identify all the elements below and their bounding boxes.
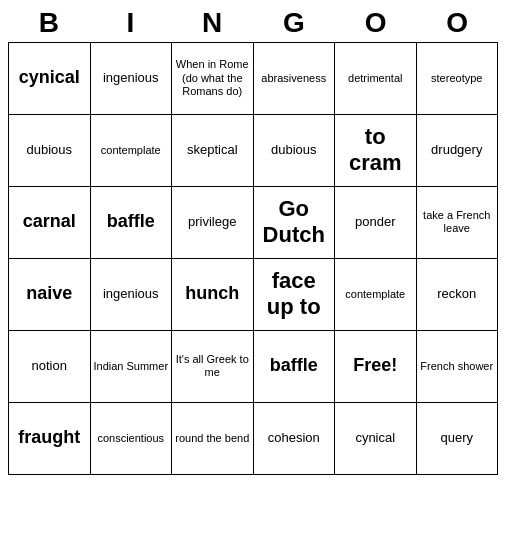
cell-r3-c1: ingenious: [91, 259, 173, 331]
cell-r1-c3: dubious: [254, 115, 336, 187]
bingo-grid: cynicalingeniousWhen in Rome (do what th…: [8, 42, 498, 475]
cell-r0-c0: cynical: [9, 43, 91, 115]
cell-text-r5-c4: cynical: [337, 430, 414, 446]
cell-r4-c0: notion: [9, 331, 91, 403]
cell-text-r0-c5: stereotype: [419, 72, 496, 85]
cell-text-r0-c4: detrimental: [337, 72, 414, 85]
cell-text-r1-c4: to cram: [337, 124, 414, 177]
cell-r2-c1: baffle: [91, 187, 173, 259]
cell-r0-c4: detrimental: [335, 43, 417, 115]
header-letter-n-2: N: [171, 6, 253, 40]
cell-text-r4-c1: Indian Summer: [93, 360, 170, 373]
cell-r1-c5: drudgery: [417, 115, 499, 187]
cell-r2-c2: privilege: [172, 187, 254, 259]
cell-r0-c5: stereotype: [417, 43, 499, 115]
cell-r3-c2: hunch: [172, 259, 254, 331]
cell-text-r1-c1: contemplate: [93, 144, 170, 157]
cell-r4-c3: baffle: [254, 331, 336, 403]
cell-r2-c4: ponder: [335, 187, 417, 259]
cell-r5-c1: conscientious: [91, 403, 173, 475]
bingo-header: BINGOO: [8, 6, 498, 40]
cell-text-r5-c1: conscientious: [93, 432, 170, 445]
cell-text-r0-c3: abrasiveness: [256, 72, 333, 85]
cell-text-r2-c3: Go Dutch: [256, 196, 333, 249]
cell-text-r3-c5: reckon: [419, 286, 496, 302]
cell-text-r4-c5: French shower: [419, 360, 496, 373]
cell-r4-c4: Free!: [335, 331, 417, 403]
cell-r5-c5: query: [417, 403, 499, 475]
cell-text-r5-c0: fraught: [11, 427, 88, 449]
cell-r4-c1: Indian Summer: [91, 331, 173, 403]
cell-r5-c0: fraught: [9, 403, 91, 475]
cell-text-r3-c4: contemplate: [337, 288, 414, 301]
cell-r1-c0: dubious: [9, 115, 91, 187]
cell-text-r2-c0: carnal: [11, 211, 88, 233]
cell-r3-c5: reckon: [417, 259, 499, 331]
cell-text-r0-c1: ingenious: [93, 70, 170, 86]
cell-text-r2-c2: privilege: [174, 214, 251, 230]
header-letter-b-0: B: [8, 6, 90, 40]
cell-text-r3-c0: naive: [11, 283, 88, 305]
cell-r1-c2: skeptical: [172, 115, 254, 187]
cell-r4-c5: French shower: [417, 331, 499, 403]
cell-text-r2-c4: ponder: [337, 214, 414, 230]
cell-text-r5-c3: cohesion: [256, 430, 333, 446]
cell-text-r0-c0: cynical: [11, 67, 88, 89]
cell-r1-c4: to cram: [335, 115, 417, 187]
cell-r2-c5: take a French leave: [417, 187, 499, 259]
cell-text-r3-c3: face up to: [256, 268, 333, 321]
cell-text-r3-c1: ingenious: [93, 286, 170, 302]
cell-r5-c3: cohesion: [254, 403, 336, 475]
cell-text-r2-c5: take a French leave: [419, 209, 496, 235]
cell-r5-c4: cynical: [335, 403, 417, 475]
cell-r0-c3: abrasiveness: [254, 43, 336, 115]
cell-text-r1-c0: dubious: [11, 142, 88, 158]
cell-r5-c2: round the bend: [172, 403, 254, 475]
cell-text-r4-c0: notion: [11, 358, 88, 374]
cell-r3-c3: face up to: [254, 259, 336, 331]
header-letter-i-1: I: [90, 6, 172, 40]
cell-r2-c0: carnal: [9, 187, 91, 259]
cell-text-r0-c2: When in Rome (do what the Romans do): [174, 58, 251, 98]
cell-r3-c4: contemplate: [335, 259, 417, 331]
cell-r3-c0: naive: [9, 259, 91, 331]
cell-r4-c2: It's all Greek to me: [172, 331, 254, 403]
cell-r0-c2: When in Rome (do what the Romans do): [172, 43, 254, 115]
cell-text-r1-c2: skeptical: [174, 142, 251, 158]
cell-text-r4-c3: baffle: [256, 355, 333, 377]
cell-r0-c1: ingenious: [91, 43, 173, 115]
cell-text-r4-c2: It's all Greek to me: [174, 353, 251, 379]
cell-r1-c1: contemplate: [91, 115, 173, 187]
cell-text-r1-c5: drudgery: [419, 142, 496, 158]
header-letter-o-5: O: [416, 6, 498, 40]
cell-text-r1-c3: dubious: [256, 142, 333, 158]
header-letter-o-4: O: [335, 6, 417, 40]
cell-text-r5-c5: query: [419, 430, 496, 446]
cell-text-r4-c4: Free!: [337, 355, 414, 377]
cell-text-r5-c2: round the bend: [174, 432, 251, 445]
cell-r2-c3: Go Dutch: [254, 187, 336, 259]
cell-text-r2-c1: baffle: [93, 211, 170, 233]
cell-text-r3-c2: hunch: [174, 283, 251, 305]
header-letter-g-3: G: [253, 6, 335, 40]
